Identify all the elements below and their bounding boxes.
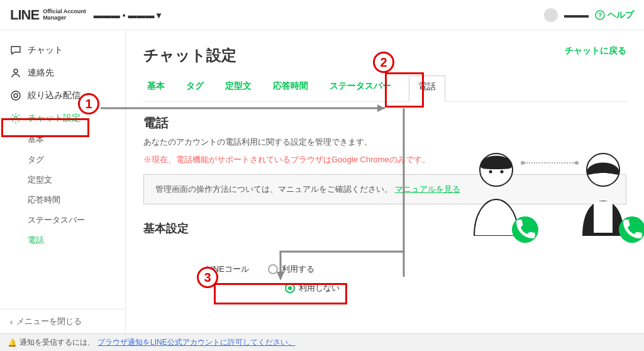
phone-illustration: [462, 131, 638, 238]
sidebar-sub-statusbar[interactable]: ステータスバー: [0, 210, 125, 230]
tab-phone[interactable]: 電話: [409, 75, 445, 102]
target-icon: [10, 90, 21, 101]
tab-statusbar[interactable]: ステータスバー: [326, 75, 395, 101]
account-switcher[interactable]: ▬▬▬ ▪ ▬▬▬ ▾: [94, 10, 162, 20]
svg-point-5: [14, 117, 18, 120]
notification-footer: 🔔 通知を受信するには、 ブラウザ通知をLINE公式アカウントに許可してください…: [0, 333, 644, 351]
sidebar-sub-tag[interactable]: タグ: [0, 150, 125, 170]
tab-hours[interactable]: 応答時間: [269, 75, 312, 101]
topbar: LINE Official Account Manager ▬▬▬ ▪ ▬▬▬ …: [0, 0, 644, 30]
sidebar-item-contacts[interactable]: 連絡先: [0, 62, 125, 84]
tab-basic[interactable]: 基本: [143, 75, 169, 101]
tab-template[interactable]: 定型文: [221, 75, 255, 101]
svg-point-8: [501, 170, 504, 174]
radio-use[interactable]: 利用する: [268, 264, 314, 275]
page-title: チャット設定: [143, 45, 236, 65]
svg-point-2: [14, 69, 18, 73]
browser-notif-link[interactable]: ブラウザ通知をLINE公式アカウントに許可してください。: [97, 337, 296, 348]
svg-point-4: [14, 94, 18, 98]
logo: LINE: [10, 7, 39, 23]
avatar-icon[interactable]: [544, 8, 558, 22]
help-link[interactable]: ? ヘルプ: [595, 9, 634, 21]
user-name: ▬▬▬: [564, 10, 589, 20]
chat-icon: [10, 45, 21, 56]
svg-point-10: [596, 170, 599, 174]
sidebar-item-narrowcast[interactable]: 絞り込み配信: [0, 84, 125, 107]
back-to-chat-link[interactable]: チャットに戻る: [565, 45, 626, 57]
chevron-left-icon: ‹: [10, 317, 13, 326]
line-call-row: LINEコール 利用する: [143, 260, 626, 279]
svg-point-11: [608, 170, 611, 174]
radio-not-use[interactable]: 利用しない: [285, 282, 340, 294]
svg-point-3: [11, 91, 20, 100]
line-call-row-2: 利用しない: [143, 279, 626, 298]
main-content: チャット設定 チャットに戻る 基本 タグ 定型文 応答時間 ステータスバー 電話…: [126, 30, 644, 333]
tab-tag[interactable]: タグ: [182, 75, 208, 101]
sidebar-collapse[interactable]: ‹ メニューを閉じる: [0, 309, 125, 333]
sidebar-sub-hours[interactable]: 応答時間: [0, 190, 125, 210]
sidebar: チャット 連絡先 絞り込み配信 チャット設定 基本 タグ 定型文 応答時間 ステ…: [0, 30, 126, 333]
radio-icon: [268, 264, 278, 274]
sidebar-item-chat[interactable]: チャット: [0, 39, 125, 62]
manual-link[interactable]: マニュアルを見る: [395, 184, 460, 194]
logo-sub2: Manager: [43, 15, 86, 21]
sidebar-sub-phone[interactable]: 電話: [0, 230, 125, 250]
sidebar-item-chat-settings[interactable]: チャット設定: [0, 107, 125, 130]
section-title: 電話: [143, 114, 626, 131]
sidebar-sub-basic[interactable]: 基本: [0, 130, 125, 150]
bell-icon: 🔔: [8, 338, 17, 347]
tabs: 基本 タグ 定型文 応答時間 ステータスバー 電話: [143, 75, 626, 102]
svg-text:?: ?: [598, 12, 602, 19]
line-call-label: LINEコール: [206, 264, 249, 275]
radio-icon: [285, 283, 295, 293]
contacts-icon: [10, 67, 21, 79]
svg-point-7: [489, 170, 492, 174]
gear-icon: [10, 113, 21, 124]
sidebar-sub-template[interactable]: 定型文: [0, 170, 125, 190]
